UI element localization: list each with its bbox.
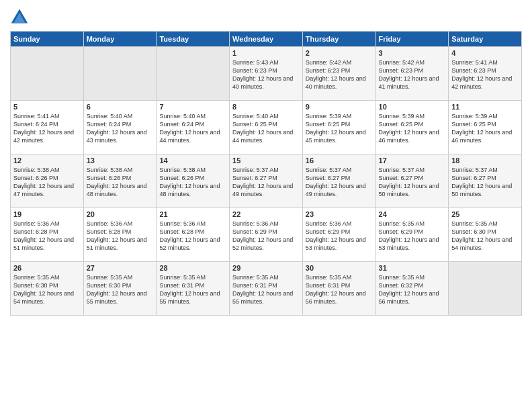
calendar-day: 11 Sunrise: 5:39 AMSunset: 6:25 PMDaylig… [449, 101, 522, 154]
calendar-day: 7 Sunrise: 5:40 AMSunset: 6:24 PMDayligh… [157, 101, 230, 154]
day-number: 3 [379, 49, 446, 57]
calendar-day: 15 Sunrise: 5:37 AMSunset: 6:27 PMDaylig… [230, 154, 303, 208]
day-info: Sunrise: 5:37 AMSunset: 6:27 PMDaylight:… [306, 166, 373, 199]
day-info: Sunrise: 5:42 AMSunset: 6:23 PMDaylight:… [379, 58, 446, 91]
day-number: 17 [379, 156, 446, 165]
day-number: 21 [159, 210, 226, 218]
day-info: Sunrise: 5:40 AMSunset: 6:24 PMDaylight:… [159, 112, 226, 145]
day-info: Sunrise: 5:40 AMSunset: 6:25 PMDaylight:… [232, 112, 300, 145]
calendar-day: 2 Sunrise: 5:42 AMSunset: 6:23 PMDayligh… [302, 47, 375, 101]
day-info: Sunrise: 5:36 AMSunset: 6:28 PMDaylight:… [159, 220, 226, 253]
day-number: 27 [87, 264, 154, 272]
day-number: 20 [87, 210, 154, 218]
day-info: Sunrise: 5:39 AMSunset: 6:25 PMDaylight:… [451, 112, 519, 145]
day-number: 19 [13, 210, 81, 218]
calendar-day: 1 Sunrise: 5:43 AMSunset: 6:23 PMDayligh… [230, 47, 303, 101]
day-info: Sunrise: 5:36 AMSunset: 6:29 PMDaylight:… [306, 220, 373, 253]
calendar-week-row: 5 Sunrise: 5:41 AMSunset: 6:24 PMDayligh… [11, 101, 522, 154]
day-number: 23 [306, 210, 373, 218]
header-day: Friday [375, 32, 449, 47]
day-number: 30 [306, 264, 373, 272]
day-info: Sunrise: 5:40 AMSunset: 6:24 PMDaylight:… [87, 112, 154, 145]
header-day: Monday [83, 32, 157, 47]
day-number: 6 [87, 103, 154, 111]
day-number: 24 [379, 210, 446, 218]
day-info: Sunrise: 5:36 AMSunset: 6:28 PMDaylight:… [87, 220, 154, 253]
calendar-day: 30 Sunrise: 5:35 AMSunset: 6:31 PMDaylig… [302, 262, 375, 316]
day-info: Sunrise: 5:38 AMSunset: 6:26 PMDaylight:… [87, 166, 154, 199]
header-day: Wednesday [230, 32, 303, 47]
calendar-day: 19 Sunrise: 5:36 AMSunset: 6:28 PMDaylig… [11, 208, 84, 262]
day-info: Sunrise: 5:37 AMSunset: 6:27 PMDaylight:… [232, 166, 300, 199]
header-day: Tuesday [157, 32, 230, 47]
day-info: Sunrise: 5:38 AMSunset: 6:26 PMDaylight:… [13, 166, 81, 199]
header-day: Saturday [449, 32, 522, 47]
day-number: 15 [232, 156, 300, 165]
calendar-week-row: 1 Sunrise: 5:43 AMSunset: 6:23 PMDayligh… [11, 47, 522, 101]
calendar-day: 8 Sunrise: 5:40 AMSunset: 6:25 PMDayligh… [230, 101, 303, 154]
calendar-day: 24 Sunrise: 5:35 AMSunset: 6:29 PMDaylig… [375, 208, 449, 262]
day-number: 8 [232, 103, 300, 111]
day-info: Sunrise: 5:35 AMSunset: 6:32 PMDaylight:… [379, 273, 446, 306]
day-number: 2 [306, 49, 373, 57]
calendar-day: 16 Sunrise: 5:37 AMSunset: 6:27 PMDaylig… [302, 154, 375, 208]
day-info: Sunrise: 5:35 AMSunset: 6:30 PMDaylight:… [451, 220, 519, 253]
day-number: 22 [232, 210, 300, 218]
day-info: Sunrise: 5:39 AMSunset: 6:25 PMDaylight:… [379, 112, 446, 145]
day-info: Sunrise: 5:35 AMSunset: 6:29 PMDaylight:… [379, 220, 446, 253]
header-row: SundayMondayTuesdayWednesdayThursdayFrid… [11, 32, 522, 47]
calendar-day: 6 Sunrise: 5:40 AMSunset: 6:24 PMDayligh… [83, 101, 157, 154]
calendar-day: 13 Sunrise: 5:38 AMSunset: 6:26 PMDaylig… [83, 154, 157, 208]
calendar-day: 23 Sunrise: 5:36 AMSunset: 6:29 PMDaylig… [302, 208, 375, 262]
day-info: Sunrise: 5:43 AMSunset: 6:23 PMDaylight:… [232, 58, 300, 91]
calendar-day: 21 Sunrise: 5:36 AMSunset: 6:28 PMDaylig… [157, 208, 230, 262]
day-number: 16 [306, 156, 373, 165]
calendar-day: 4 Sunrise: 5:41 AMSunset: 6:23 PMDayligh… [449, 47, 522, 101]
day-info: Sunrise: 5:42 AMSunset: 6:23 PMDaylight:… [306, 58, 373, 91]
day-number: 1 [232, 49, 300, 57]
page-container: SundayMondayTuesdayWednesdayThursdayFrid… [0, 0, 532, 322]
calendar-day: 14 Sunrise: 5:38 AMSunset: 6:26 PMDaylig… [157, 154, 230, 208]
day-info: Sunrise: 5:36 AMSunset: 6:29 PMDaylight:… [232, 220, 300, 253]
day-number: 5 [13, 103, 81, 111]
calendar-day: 10 Sunrise: 5:39 AMSunset: 6:25 PMDaylig… [375, 101, 449, 154]
day-info: Sunrise: 5:39 AMSunset: 6:25 PMDaylight:… [306, 112, 373, 145]
page-header [10, 7, 522, 26]
day-info: Sunrise: 5:35 AMSunset: 6:31 PMDaylight:… [159, 273, 226, 306]
calendar-day [449, 262, 522, 316]
calendar-day [11, 47, 84, 101]
day-info: Sunrise: 5:35 AMSunset: 6:31 PMDaylight:… [232, 273, 300, 306]
day-number: 25 [451, 210, 519, 218]
day-number: 13 [87, 156, 154, 165]
calendar-day: 28 Sunrise: 5:35 AMSunset: 6:31 PMDaylig… [157, 262, 230, 316]
calendar-day: 9 Sunrise: 5:39 AMSunset: 6:25 PMDayligh… [302, 101, 375, 154]
day-info: Sunrise: 5:36 AMSunset: 6:28 PMDaylight:… [13, 220, 81, 253]
calendar-week-row: 19 Sunrise: 5:36 AMSunset: 6:28 PMDaylig… [11, 208, 522, 262]
calendar-header: SundayMondayTuesdayWednesdayThursdayFrid… [11, 32, 522, 47]
day-number: 12 [13, 156, 81, 165]
day-info: Sunrise: 5:41 AMSunset: 6:24 PMDaylight:… [13, 112, 81, 145]
logo [10, 7, 32, 26]
calendar-day: 25 Sunrise: 5:35 AMSunset: 6:30 PMDaylig… [449, 208, 522, 262]
calendar-day [83, 47, 157, 101]
calendar-day: 18 Sunrise: 5:37 AMSunset: 6:27 PMDaylig… [449, 154, 522, 208]
calendar-day: 22 Sunrise: 5:36 AMSunset: 6:29 PMDaylig… [230, 208, 303, 262]
day-info: Sunrise: 5:35 AMSunset: 6:31 PMDaylight:… [306, 273, 373, 306]
day-number: 31 [379, 264, 446, 272]
day-number: 29 [232, 264, 300, 272]
calendar-day: 26 Sunrise: 5:35 AMSunset: 6:30 PMDaylig… [11, 262, 84, 316]
header-day: Thursday [302, 32, 375, 47]
day-info: Sunrise: 5:37 AMSunset: 6:27 PMDaylight:… [451, 166, 519, 199]
day-number: 28 [159, 264, 226, 272]
calendar-day: 31 Sunrise: 5:35 AMSunset: 6:32 PMDaylig… [375, 262, 449, 316]
calendar-body: 1 Sunrise: 5:43 AMSunset: 6:23 PMDayligh… [11, 47, 522, 316]
calendar-day: 12 Sunrise: 5:38 AMSunset: 6:26 PMDaylig… [11, 154, 84, 208]
day-number: 14 [159, 156, 226, 165]
day-number: 11 [451, 103, 519, 111]
calendar-day [157, 47, 230, 101]
calendar-table: SundayMondayTuesdayWednesdayThursdayFrid… [10, 31, 522, 316]
day-number: 10 [379, 103, 446, 111]
day-number: 26 [13, 264, 81, 272]
calendar-day: 17 Sunrise: 5:37 AMSunset: 6:27 PMDaylig… [375, 154, 449, 208]
day-number: 18 [451, 156, 519, 165]
